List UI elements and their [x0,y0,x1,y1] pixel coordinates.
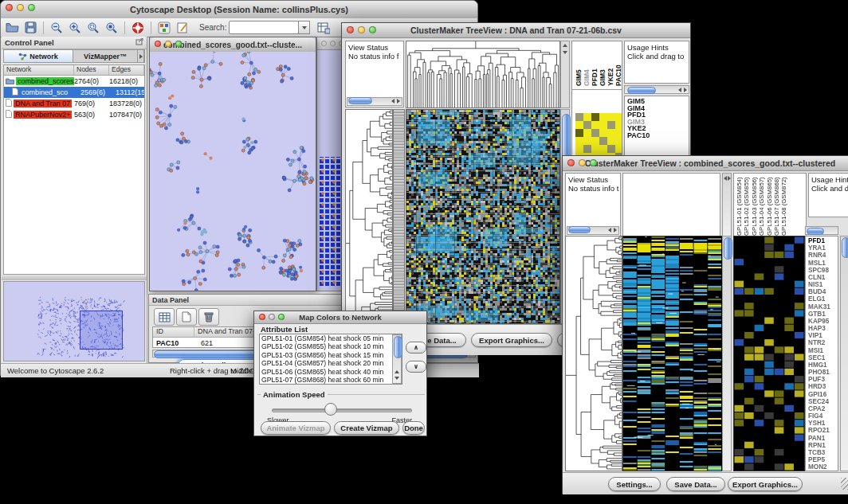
gene-label[interactable]: PFD1 [808,237,838,244]
move-down-button[interactable]: ∨ [406,361,426,373]
move-up-button[interactable]: ∧ [406,342,426,354]
open-file-button[interactable] [4,21,20,35]
gene-label[interactable]: RPN1 [808,442,838,449]
attribute-list-item[interactable]: GPL51-01 (GSM854) heat shock 05 min [260,334,402,342]
gene-label[interactable]: KAP95 [808,318,838,325]
matrix-cell[interactable] [615,137,622,145]
overview-viewport-rect[interactable] [80,311,123,350]
matrix-cell[interactable] [575,129,583,137]
attribute-select-icon[interactable] [154,308,175,326]
matrix-cell[interactable] [575,121,583,129]
matrix-cell[interactable] [583,145,591,153]
col-nodes[interactable]: Nodes [74,65,109,75]
zoom-button[interactable] [590,159,597,166]
correlation-matrix[interactable] [575,113,622,161]
close-button[interactable] [567,159,575,166]
gene-label[interactable]: RPO21 [808,427,838,434]
minimize-button[interactable] [269,314,275,320]
gene-label[interactable]: SPC98 [808,267,838,274]
gene-label[interactable]: GIM5 [627,98,689,105]
gene-label[interactable]: SEC1 [808,354,838,361]
col-edges[interactable]: Edges [109,65,144,75]
zoom-out-icon[interactable] [49,21,65,35]
tab-network[interactable]: Network [4,50,73,62]
matrix-cell[interactable] [607,137,615,145]
network-list-row[interactable]: combined_sco2569(6)13112(15) [4,87,144,98]
splitter-handle[interactable] [2,275,147,280]
gene-label[interactable]: MON2 [808,463,838,471]
network-view-titlebar[interactable]: combined_scores_good.txt--cluste... [150,37,316,53]
gene-name-list[interactable]: PFD1YRA1RNR4MSL1SPC98CLN1NIS1BUD4ELG1MAK… [805,236,838,471]
new-attribute-icon[interactable] [176,308,197,326]
attribute-list-item[interactable]: GPL51-04 (GSM857) heat shock 20 min [260,359,402,367]
dropdown-arrow-icon[interactable] [298,21,310,34]
minimize-button[interactable] [17,4,24,11]
heatmap-global-view[interactable] [406,109,560,324]
matrix-cell[interactable] [591,113,599,121]
matrix-cell[interactable] [599,145,607,153]
gene-label[interactable]: PUF3 [808,376,838,383]
gene-label[interactable]: NIS1 [808,281,838,288]
gene-label[interactable]: YKE2 [627,125,689,132]
attribute-browser-icon[interactable] [316,21,332,35]
main-titlebar[interactable]: Cytoscape Desktop (Session Name: collins… [1,1,477,19]
matrix-cell[interactable] [607,113,615,121]
gene-label[interactable]: NTR2 [808,339,838,346]
close-button[interactable] [6,4,13,11]
close-button[interactable] [347,26,354,33]
matrix-cell[interactable] [583,137,591,145]
gene-label[interactable]: MAK31 [808,303,838,311]
network-list-row[interactable]: DNA and Tran 07769(0)183728(0) [4,98,144,109]
gene-label[interactable]: BUD4 [808,288,838,295]
gene-label[interactable]: PEP5 [808,456,838,463]
zoom-button[interactable] [278,314,285,320]
gene-label[interactable]: GPI16 [808,391,838,398]
zoom-selected-icon[interactable] [85,21,101,35]
gene-label[interactable]: GIM4 [627,105,689,112]
gene-label[interactable]: VIP1 [808,332,838,339]
delete-attribute-icon[interactable] [198,308,219,326]
attribute-list-item[interactable]: GPL51-03 (GSM856) heat shock 15 min [260,351,402,359]
close-button[interactable] [321,41,327,46]
gene-label[interactable]: CPA2 [808,405,838,412]
gene-label[interactable]: YRA1 [808,244,838,252]
matrix-cell[interactable] [583,129,591,137]
matrix-cell[interactable] [575,137,583,145]
resize-grip[interactable] [841,478,848,490]
matrix-cell[interactable] [599,121,607,129]
matrix-cell[interactable] [575,145,583,153]
treeview2-titlebar[interactable]: ClusterMaker TreeView : combined_scores_… [563,156,848,171]
matrix-cell[interactable] [575,113,583,121]
matrix-cell[interactable] [591,137,599,145]
gene-label[interactable]: FIG4 [808,412,838,420]
matrix-cell[interactable] [591,129,599,137]
gene-label[interactable]: HMG1 [808,361,838,369]
matrix-cell[interactable] [599,129,607,137]
attribute-list-item[interactable]: GPL51-02 (GSM855) heat shock 10 min [260,342,402,350]
minimize-button[interactable] [330,41,336,46]
gene-label[interactable]: TCB3 [808,449,838,456]
matrix-cell[interactable] [599,113,607,121]
gene-label[interactable]: HRD3 [808,383,838,390]
matrix-cell[interactable] [615,145,622,153]
animate-vizmap-button[interactable]: Animate Vizmap [261,421,331,435]
matrix-cell[interactable] [583,121,591,129]
close-button[interactable] [259,314,265,320]
gene-label[interactable]: SEC24 [808,398,838,405]
matrix-cell[interactable] [607,121,615,129]
done-button[interactable]: Done [402,421,425,435]
settings-button[interactable]: Settings... [608,477,661,491]
zoom-fit-icon[interactable] [104,21,120,35]
gene-label[interactable]: PHO81 [808,369,838,376]
help-icon[interactable] [130,21,146,35]
create-vizmap-button[interactable]: Create Vizmap [334,421,399,435]
gene-dendrogram[interactable] [565,236,622,471]
vizmapper-icon[interactable] [156,21,172,35]
export-graphics-button[interactable]: Export Graphics... [728,477,803,491]
tree-spinner[interactable] [560,41,570,108]
close-button[interactable] [155,41,161,47]
gene-label[interactable]: GTB1 [808,311,838,318]
minimize-button[interactable] [579,159,586,166]
matrix-cell[interactable] [615,129,622,137]
gene-label[interactable]: PAN1 [808,435,838,442]
